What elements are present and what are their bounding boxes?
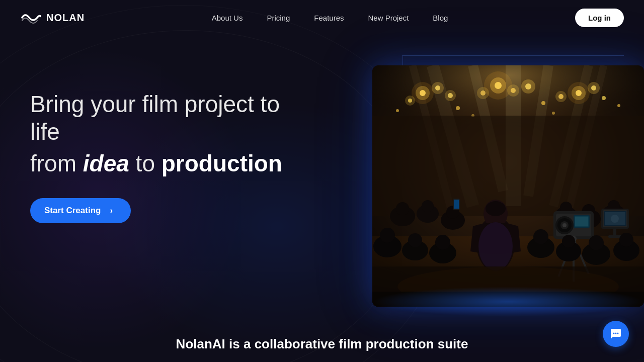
svg-point-24 bbox=[507, 84, 519, 97]
hero-section: Bring your film project to life from ide… bbox=[0, 35, 644, 362]
image-glow bbox=[372, 287, 644, 317]
bottom-tagline: NolanAI is a collaborative film producti… bbox=[0, 336, 644, 352]
svg-point-90 bbox=[562, 235, 575, 248]
svg-point-37 bbox=[541, 101, 545, 105]
hero-title-to: to bbox=[136, 150, 155, 176]
arrow-right-icon: › bbox=[106, 205, 117, 216]
nav-links: About Us Pricing Features New Project Bl… bbox=[200, 9, 460, 27]
nav-link-pricing[interactable]: Pricing bbox=[255, 9, 302, 27]
svg-point-34 bbox=[555, 91, 567, 102]
hero-title-line1: Bring your film project to life bbox=[30, 90, 312, 146]
hero-image-container bbox=[362, 65, 644, 307]
svg-point-57 bbox=[486, 201, 506, 216]
svg-point-76 bbox=[611, 215, 619, 223]
hero-title-from: from bbox=[30, 150, 76, 176]
svg-point-32 bbox=[602, 96, 606, 100]
nav-link-about-us[interactable]: About Us bbox=[200, 9, 255, 27]
frame-decoration-top bbox=[403, 55, 624, 56]
nav-link-blog[interactable]: Blog bbox=[421, 9, 460, 27]
svg-point-84 bbox=[408, 233, 422, 247]
svg-point-13 bbox=[432, 82, 444, 94]
svg-rect-78 bbox=[608, 235, 621, 238]
svg-point-88 bbox=[533, 229, 548, 244]
svg-point-36 bbox=[456, 106, 460, 110]
svg-point-35 bbox=[396, 109, 399, 112]
svg-point-49 bbox=[422, 200, 434, 212]
svg-point-92 bbox=[589, 235, 604, 250]
login-button[interactable]: Log in bbox=[575, 9, 624, 27]
svg-point-26 bbox=[521, 79, 535, 94]
svg-point-82 bbox=[380, 228, 395, 243]
svg-point-38 bbox=[617, 104, 620, 107]
svg-point-17 bbox=[445, 90, 456, 101]
navbar: NOLAN About Us Pricing Features New Proj… bbox=[0, 0, 644, 35]
svg-rect-41 bbox=[372, 116, 644, 216]
svg-point-99 bbox=[613, 333, 615, 334]
svg-point-48 bbox=[396, 202, 409, 215]
cinema-scene-svg bbox=[372, 65, 644, 307]
hero-image-frame bbox=[362, 65, 644, 307]
svg-rect-77 bbox=[613, 229, 616, 236]
logo[interactable]: NOLAN bbox=[20, 9, 85, 27]
nav-link-new-project[interactable]: New Project bbox=[356, 9, 421, 27]
svg-rect-80 bbox=[454, 200, 459, 209]
hero-left: Bring your film project to life from ide… bbox=[30, 60, 312, 223]
svg-point-31 bbox=[588, 82, 600, 94]
hero-image bbox=[372, 65, 644, 307]
svg-point-101 bbox=[617, 333, 619, 334]
chat-bubble-button[interactable] bbox=[603, 321, 629, 347]
hero-title-production: production bbox=[162, 150, 282, 176]
hero-title-idea: idea bbox=[83, 150, 129, 176]
hero-title-line2: from idea to production bbox=[30, 150, 312, 177]
cta-label: Start Creating bbox=[44, 206, 101, 216]
nav-link-features[interactable]: Features bbox=[302, 9, 356, 27]
svg-point-40 bbox=[552, 112, 555, 115]
nav-right: Log in bbox=[575, 9, 624, 27]
svg-point-86 bbox=[435, 235, 450, 250]
bottom-tagline-text: NolanAI is a collaborative film producti… bbox=[176, 336, 468, 351]
svg-point-22 bbox=[477, 87, 489, 99]
logo-icon bbox=[20, 9, 41, 27]
svg-point-64 bbox=[562, 223, 567, 227]
svg-point-100 bbox=[615, 333, 617, 334]
svg-point-58 bbox=[478, 222, 513, 270]
svg-point-94 bbox=[619, 233, 633, 247]
logo-text: NOLAN bbox=[46, 12, 85, 24]
svg-point-29 bbox=[568, 82, 590, 104]
start-creating-button[interactable]: Start Creating › bbox=[30, 198, 131, 223]
svg-point-15 bbox=[405, 96, 415, 106]
chat-icon bbox=[610, 328, 622, 340]
svg-rect-67 bbox=[575, 217, 588, 226]
